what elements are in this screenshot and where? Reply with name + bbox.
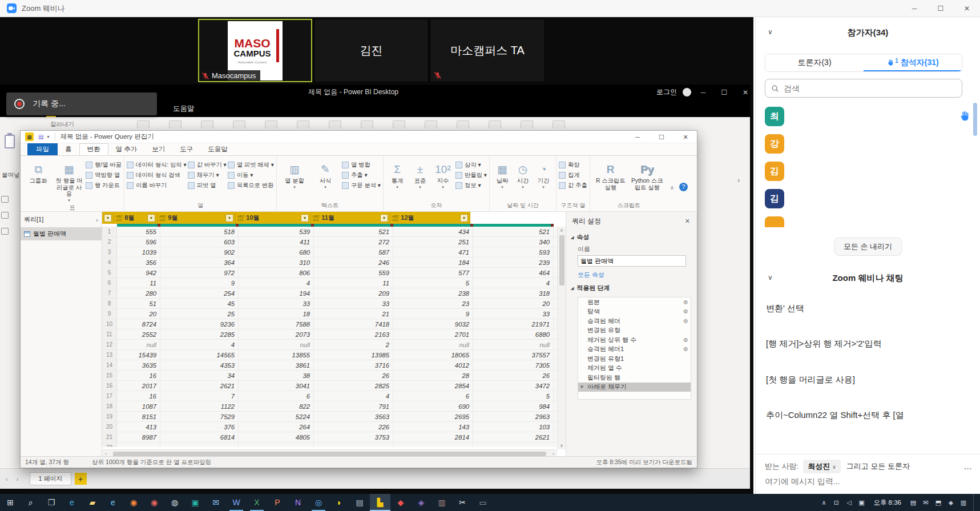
taskbar-app-icon[interactable]: ◆ (390, 494, 411, 511)
tray-icon[interactable]: ✉ (919, 499, 932, 506)
ribbon-item[interactable]: 역방향 열 (86, 171, 122, 179)
notification-center-button[interactable] (973, 494, 980, 511)
close-button[interactable]: ✕ (674, 131, 697, 143)
applied-step[interactable]: ✕ 필터링된 행 ⚙ (578, 373, 691, 383)
powerbi-menu-item[interactable]: 도움말 (172, 100, 196, 117)
taskbar-app-icon[interactable]: W (226, 494, 247, 511)
collapse-pane-icon[interactable]: ‹ (96, 216, 98, 223)
taskbar-app-icon[interactable]: ◉ (123, 494, 144, 511)
ribbon-item[interactable]: 값 바꾸기 ▾ (188, 161, 227, 169)
scroll-left-icon[interactable]: ‹ (102, 451, 110, 457)
table-row[interactable]: 14 3635 4353 3861 3716 4012 7305 (102, 360, 566, 371)
recipient-dropdown[interactable]: 최성진∨ (803, 460, 841, 473)
applied-step[interactable]: ✕ 원본 ⚙ (578, 297, 691, 307)
ribbon-button[interactable]: ▥ 열 분할 ▾ (279, 158, 310, 200)
status-profiling[interactable]: 상위 1000개 행을 기준으로 한 열 프로파일링 (92, 458, 211, 466)
recording-badge[interactable]: 기록 중... (6, 92, 157, 115)
chat-input-area[interactable] (765, 476, 965, 486)
login-button[interactable]: 로그인 (656, 87, 677, 97)
taskbar-app-icon[interactable]: ❒ (41, 494, 62, 511)
ribbon-item[interactable]: 삼각 ▾ (455, 161, 487, 169)
expander-icon[interactable]: ◢ (571, 286, 574, 291)
applied-step[interactable]: ✕ 변경된 유형 ⚙ (578, 326, 691, 336)
tray-icon[interactable]: ◈ (945, 499, 957, 506)
taskbar-app-icon[interactable]: N (288, 494, 308, 511)
ribbon-item[interactable]: 반올림 ▾ (455, 171, 487, 179)
gear-icon[interactable]: ⚙ (683, 299, 688, 305)
chat-message-input[interactable] (765, 477, 965, 486)
taskbar-app-icon[interactable]: ◉ (144, 494, 164, 511)
delete-step-icon[interactable]: ✕ (580, 384, 584, 389)
ribbon-item[interactable]: 채우기 ▾ (188, 171, 227, 179)
query-name-input[interactable] (578, 255, 686, 267)
minimize-button[interactable]: ─ (693, 85, 713, 100)
column-header[interactable]: ABC123 8월 ▾ (114, 212, 158, 224)
taskbar-app-icon[interactable]: P (267, 494, 288, 511)
scroll-right-icon[interactable]: › (550, 451, 557, 457)
tray-icon[interactable]: ▥ (957, 499, 970, 506)
taskbar-app-icon[interactable]: ◈ (411, 494, 431, 511)
ribbon-item[interactable]: 정보 ▾ (455, 182, 487, 190)
ribbon-item[interactable]: 열 병합 (342, 161, 381, 169)
ribbon-item[interactable]: 목록으로 변환 (228, 182, 274, 190)
minimize-button[interactable]: ─ (901, 0, 927, 17)
filter-dropdown-icon[interactable]: ▾ (460, 214, 468, 222)
taskbar-app-icon[interactable]: ◗ (329, 494, 349, 511)
applied-step[interactable]: ✕ 아래로 채우기 ⚙ (578, 383, 691, 392)
panel-collapse-chevron[interactable]: › (737, 176, 740, 184)
filter-dropdown-icon[interactable]: ▾ (147, 214, 155, 222)
participant-search[interactable] (765, 79, 962, 98)
ribbon-collapse-icon[interactable]: ∧ (670, 184, 674, 191)
applied-step[interactable]: ✕ 제거된 열 수 ⚙ (578, 364, 691, 373)
ribbon-button[interactable]: ▦ 첫 행을 머리글로 사용 ▾ (54, 158, 84, 203)
ribbon-item[interactable]: 구문 분석 ▾ (342, 182, 381, 190)
table-row[interactable]: 12 null 4 null 2 null null (102, 340, 566, 350)
taskbar-app-icon[interactable]: ▣ (185, 494, 205, 511)
ribbon-button[interactable]: ◔ 기간 ▾ (533, 158, 554, 200)
maximize-button[interactable]: ☐ (715, 85, 734, 100)
participant-row[interactable]: 최 (756, 103, 980, 130)
vertical-scrollbar[interactable]: ∧ ∨ (557, 227, 566, 449)
taskbar-app-icon[interactable]: ▤ (349, 494, 370, 511)
taskbar-app-icon[interactable]: ▰ (82, 494, 103, 511)
search-input[interactable] (784, 84, 956, 93)
maximize-button[interactable]: ☐ (650, 131, 673, 143)
tray-icon[interactable]: ◁ (842, 499, 855, 506)
pq-tab[interactable]: 보기 (144, 143, 172, 155)
applied-step[interactable]: ✕ 탐색 ⚙ (578, 307, 691, 317)
ribbon-button[interactable]: ◷ 시간 ▾ (513, 158, 533, 200)
cut-button[interactable]: 잘라내기 (50, 120, 74, 128)
taskbar-app-icon[interactable]: ✉ (205, 494, 226, 511)
table-row[interactable]: 15 16 34 38 26 28 26 (102, 371, 566, 381)
gear-icon[interactable]: ⚙ (683, 318, 688, 324)
filter-dropdown-icon[interactable]: ▾ (225, 214, 233, 222)
lower-all-hands-button[interactable]: 모든 손 내리기 (834, 238, 902, 256)
table-row[interactable]: 19 8151 7529 5224 3563 2695 2963 (102, 412, 566, 422)
taskbar-app-icon[interactable]: ✂ (452, 494, 473, 511)
participant-row[interactable]: 김 (756, 158, 980, 185)
pq-tab[interactable]: 홈 (58, 143, 79, 155)
ribbon-item[interactable]: 행/열 바꿈 (86, 161, 122, 169)
taskbar-app-icon[interactable]: X (247, 494, 267, 511)
table-row[interactable]: 4 356 364 310 246 184 239 (102, 257, 566, 268)
quick-access-caret[interactable]: ▾ (47, 134, 49, 139)
table-row[interactable]: 13 15439 14565 13855 13985 18065 37557 (102, 350, 566, 360)
taskbar-app-icon[interactable]: ⌕ (21, 494, 41, 511)
taskbar-app-icon[interactable]: ▙ (370, 494, 390, 511)
video-tile-masocampus-ta[interactable]: 마소캠퍼스 TA (430, 19, 545, 82)
panel-scrollbar-thumb[interactable] (973, 103, 977, 136)
ribbon-item[interactable]: 열 피벗 해제 ▾ (228, 161, 274, 169)
table-row[interactable]: 7 280 254 194 209 238 318 (102, 288, 566, 299)
account-avatar[interactable] (683, 88, 691, 96)
scroll-down-icon[interactable]: ∨ (560, 443, 563, 448)
pq-tab[interactable]: 변환 (79, 143, 108, 155)
ribbon-button[interactable]: ✎ 서식 ▾ (310, 158, 341, 200)
table-row[interactable]: 9 20 25 18 21 9 33 (102, 309, 566, 319)
pq-tab[interactable]: 열 추가 (108, 143, 145, 155)
scrollbar-thumb[interactable] (113, 452, 546, 456)
ribbon-button[interactable]: ⧉ 그룹화 ▾ (23, 158, 54, 203)
filter-dropdown-icon[interactable]: ▾ (301, 214, 309, 222)
tray-icon[interactable]: ∧ (817, 499, 830, 506)
minimize-button[interactable]: ─ (626, 131, 649, 143)
taskbar-app-icon[interactable]: ▭ (473, 494, 493, 511)
